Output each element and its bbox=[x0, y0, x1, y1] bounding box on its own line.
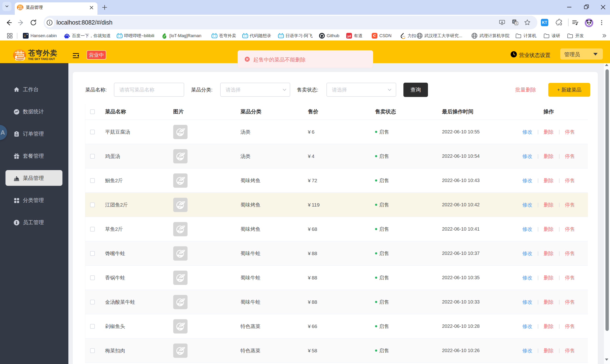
svg-text:yd: yd bbox=[347, 34, 351, 38]
svg-text:文: 文 bbox=[515, 22, 518, 25]
